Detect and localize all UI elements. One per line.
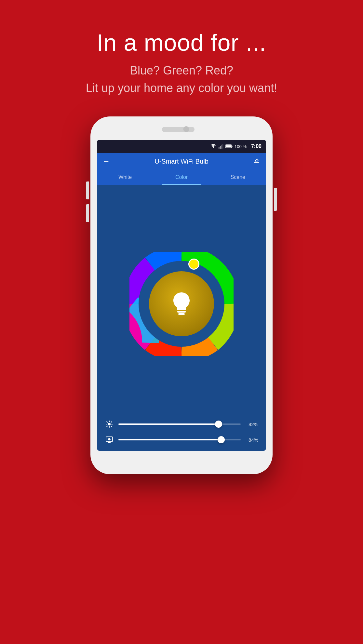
edit-button[interactable]: [253, 158, 260, 165]
svg-line-20: [107, 426, 107, 427]
display-brightness-icon: [105, 436, 113, 444]
subtext-line1: Blue? Green? Red?: [130, 64, 233, 77]
brightness-value: 82%: [245, 422, 258, 427]
saturation-slider-row: 84%: [105, 435, 258, 444]
phone-speaker: [162, 127, 195, 132]
color-handle[interactable]: [188, 259, 199, 270]
status-bar: 100 % 7:00: [97, 140, 266, 153]
svg-point-13: [108, 423, 111, 425]
volume-up-button[interactable]: [86, 181, 89, 199]
phone-screen: 100 % 7:00 ← U-Smart WiFi Bulb White: [97, 140, 266, 451]
svg-rect-6: [232, 146, 233, 147]
bulb-icon: [170, 291, 193, 317]
volume-down-button[interactable]: [86, 204, 89, 222]
battery-percent: 100 %: [235, 144, 247, 149]
inner-circle: [149, 271, 214, 336]
app-header: ← U-Smart WiFi Bulb: [97, 153, 266, 170]
svg-line-18: [107, 422, 107, 422]
brightness-track[interactable]: [118, 423, 241, 425]
svg-point-25: [108, 438, 111, 440]
svg-rect-1: [220, 146, 221, 149]
svg-line-21: [111, 422, 112, 422]
status-icons: 100 % 7:00: [211, 143, 262, 149]
tab-white[interactable]: White: [97, 170, 153, 185]
brightness-slider-row: 82%: [105, 420, 258, 429]
phone-shell: 100 % 7:00 ← U-Smart WiFi Bulb White: [90, 116, 273, 474]
headline: In a mood for ... Blue? Green? Red? Lit …: [86, 29, 277, 97]
svg-rect-2: [221, 145, 222, 149]
tab-bar: White Color Scene: [97, 170, 266, 185]
power-button[interactable]: [274, 188, 277, 211]
subtext-line2: Lit up your home any color you want!: [86, 81, 277, 95]
status-time: 7:00: [251, 143, 262, 149]
svg-rect-3: [222, 144, 223, 149]
svg-line-19: [111, 426, 112, 427]
tab-color[interactable]: Color: [153, 170, 209, 185]
svg-rect-12: [178, 313, 185, 315]
color-wheel[interactable]: [129, 252, 234, 356]
back-button[interactable]: ←: [103, 157, 110, 166]
phone-mockup: 100 % 7:00 ← U-Smart WiFi Bulb White: [90, 116, 273, 474]
brightness-icon: [105, 420, 114, 429]
phone-camera: [183, 126, 189, 132]
saturation-value: 84%: [245, 437, 258, 443]
sun-icon: [105, 420, 113, 428]
edit-icon: [253, 158, 260, 164]
app-title: U-Smart WiFi Bulb: [155, 158, 208, 165]
color-wheel-area: [97, 185, 266, 420]
tab-scene[interactable]: Scene: [210, 170, 266, 185]
saturation-track[interactable]: [118, 439, 241, 440]
battery-icon: [225, 144, 233, 148]
wifi-icon: [211, 144, 216, 149]
svg-rect-0: [219, 147, 220, 149]
signal-icon: [218, 144, 223, 149]
sliders-area: 82%: [97, 420, 266, 451]
svg-rect-5: [226, 145, 231, 148]
display-icon: [105, 435, 114, 444]
svg-rect-11: [177, 311, 186, 313]
